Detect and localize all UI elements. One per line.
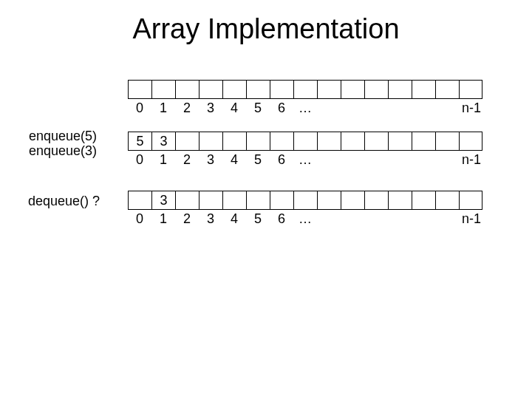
cell bbox=[412, 80, 435, 99]
array-3: 3 bbox=[128, 191, 482, 210]
index-label: 3 bbox=[199, 100, 222, 116]
index-label: 6 bbox=[270, 211, 293, 227]
cell: 3 bbox=[151, 191, 175, 210]
index-label: 6 bbox=[270, 152, 293, 168]
cell bbox=[222, 132, 246, 151]
index-label: 1 bbox=[151, 211, 175, 227]
cell bbox=[412, 132, 435, 151]
array-2: 5 3 bbox=[128, 132, 482, 151]
index-label: 3 bbox=[199, 152, 222, 168]
cell bbox=[317, 80, 341, 99]
cell bbox=[435, 132, 459, 151]
index-label: 0 bbox=[128, 100, 151, 116]
cell bbox=[388, 132, 412, 151]
label-enqueue5: enqueue(5) bbox=[29, 129, 97, 144]
cell bbox=[222, 191, 246, 210]
cell bbox=[199, 80, 222, 99]
index-label: 4 bbox=[222, 211, 246, 227]
index-label: 5 bbox=[246, 100, 270, 116]
cell: 5 bbox=[128, 132, 151, 151]
cell bbox=[246, 191, 270, 210]
indices-row-3: 0 1 2 3 4 5 6 … bbox=[128, 211, 317, 227]
index-label: 2 bbox=[175, 152, 199, 168]
index-label: 2 bbox=[175, 211, 199, 227]
index-ellipsis: … bbox=[293, 100, 317, 116]
cell bbox=[175, 80, 199, 99]
index-label: 0 bbox=[128, 152, 151, 168]
cell bbox=[388, 191, 412, 210]
index-end-1: n-1 bbox=[462, 100, 481, 116]
indices-row-2: 0 1 2 3 4 5 6 … bbox=[128, 152, 317, 168]
cell bbox=[459, 80, 482, 99]
cell bbox=[175, 132, 199, 151]
indices-row-1: 0 1 2 3 4 5 6 … bbox=[128, 100, 317, 116]
cell bbox=[175, 191, 199, 210]
index-label: 1 bbox=[151, 152, 175, 168]
cell bbox=[364, 80, 388, 99]
cell bbox=[388, 80, 412, 99]
cell bbox=[341, 132, 364, 151]
index-label: 3 bbox=[199, 211, 222, 227]
index-ellipsis: … bbox=[293, 152, 317, 168]
index-label: 5 bbox=[246, 211, 270, 227]
cell bbox=[412, 191, 435, 210]
label-enqueue3: enqueue(3) bbox=[29, 143, 97, 159]
slide-title: Array Implementation bbox=[0, 13, 532, 45]
cell bbox=[270, 191, 293, 210]
cell bbox=[270, 80, 293, 99]
cell: 3 bbox=[151, 132, 175, 151]
cell bbox=[435, 191, 459, 210]
cell bbox=[151, 80, 175, 99]
cell bbox=[459, 191, 482, 210]
index-end-2: n-1 bbox=[462, 152, 481, 168]
cell bbox=[222, 80, 246, 99]
index-label: 0 bbox=[128, 211, 151, 227]
cell bbox=[459, 132, 482, 151]
cell bbox=[199, 132, 222, 151]
cell bbox=[317, 132, 341, 151]
cell bbox=[293, 80, 317, 99]
cell bbox=[246, 132, 270, 151]
cell bbox=[317, 191, 341, 210]
cell bbox=[364, 191, 388, 210]
cell bbox=[293, 132, 317, 151]
cell bbox=[341, 191, 364, 210]
index-label: 4 bbox=[222, 100, 246, 116]
index-label: 5 bbox=[246, 152, 270, 168]
index-label: 4 bbox=[222, 152, 246, 168]
cell bbox=[128, 191, 151, 210]
index-label: 1 bbox=[151, 100, 175, 116]
cell bbox=[270, 132, 293, 151]
index-end-3: n-1 bbox=[462, 211, 481, 227]
cell bbox=[364, 132, 388, 151]
cell bbox=[199, 191, 222, 210]
index-label: 6 bbox=[270, 100, 293, 116]
cell bbox=[293, 191, 317, 210]
label-dequeue: dequeue() ? bbox=[28, 194, 100, 209]
cell bbox=[246, 80, 270, 99]
index-label: 2 bbox=[175, 100, 199, 116]
array-1 bbox=[128, 80, 482, 99]
index-ellipsis: … bbox=[293, 211, 317, 227]
cell bbox=[435, 80, 459, 99]
cell bbox=[341, 80, 364, 99]
cell bbox=[128, 80, 151, 99]
